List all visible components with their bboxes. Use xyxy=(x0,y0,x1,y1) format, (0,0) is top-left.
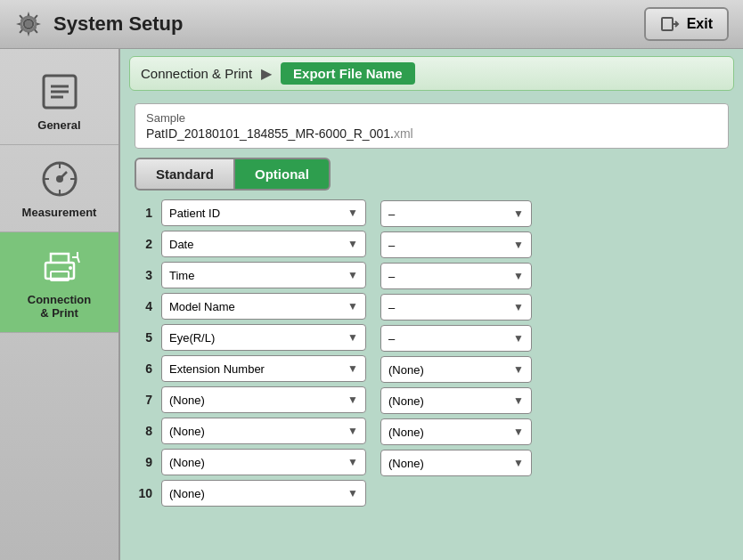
left-column: Standard Optional 1 Patient ID▼ 2 Date▼ … xyxy=(135,158,366,507)
sidebar-item-measurement[interactable]: Measurement xyxy=(0,145,118,232)
exit-button[interactable]: Exit xyxy=(644,7,729,41)
measurement-icon xyxy=(38,158,81,200)
svg-line-15 xyxy=(60,172,67,179)
dropdown-7[interactable]: (None)▼ xyxy=(161,386,366,413)
dropdown-9[interactable]: (None)▼ xyxy=(161,449,366,475)
breadcrumb-arrow-icon: ▶ xyxy=(261,65,272,82)
general-icon xyxy=(38,70,81,113)
exit-icon xyxy=(660,14,680,34)
right-column: –▼ –▼ –▼ –▼ –▼ (None)▼ (None)▼ (None)▼ (… xyxy=(380,158,532,507)
dropdown-10[interactable]: (None)▼ xyxy=(161,480,366,507)
svg-point-2 xyxy=(25,20,32,28)
left-rows-grid: 1 Patient ID▼ 2 Date▼ 3 Time▼ 4 Model Na… xyxy=(135,199,366,507)
row-num-6: 6 xyxy=(135,361,156,376)
right-dropdown-1[interactable]: –▼ xyxy=(380,200,532,227)
dropdown-6[interactable]: Extension Number▼ xyxy=(161,355,366,382)
row-num-8: 8 xyxy=(135,424,156,438)
standard-toggle-button[interactable]: Standard xyxy=(135,158,235,191)
toggle-group: Standard Optional xyxy=(135,158,366,191)
sidebar-item-general[interactable]: General xyxy=(0,58,118,145)
right-dropdown-9[interactable]: (None)▼ xyxy=(380,450,532,476)
optional-toggle-button[interactable]: Optional xyxy=(235,158,331,191)
gear-icon xyxy=(14,10,43,38)
row-num-10: 10 xyxy=(135,486,156,500)
page-title: System Setup xyxy=(53,12,644,36)
sidebar: General Measurement xyxy=(0,49,120,560)
right-dropdown-5[interactable]: –▼ xyxy=(380,325,532,352)
sidebar-item-connection-print[interactable]: Connection& Print xyxy=(0,232,118,333)
row-num-4: 4 xyxy=(135,299,156,313)
sidebar-general-label: General xyxy=(37,118,80,132)
svg-point-18 xyxy=(69,266,72,270)
row-num-2: 2 xyxy=(135,237,156,251)
svg-rect-3 xyxy=(662,18,673,30)
breadcrumb-link[interactable]: Connection & Print xyxy=(141,66,252,81)
sidebar-connection-label: Connection& Print xyxy=(28,293,92,320)
sidebar-measurement-label: Measurement xyxy=(22,206,97,219)
dropdown-2[interactable]: Date▼ xyxy=(161,231,366,257)
dropdown-5[interactable]: Eye(R/L)▼ xyxy=(161,324,366,351)
row-num-5: 5 xyxy=(135,330,156,345)
content-area: Connection & Print ▶ Export File Name Sa… xyxy=(120,49,743,560)
right-dropdown-7[interactable]: (None)▼ xyxy=(380,387,532,414)
right-dropdown-3[interactable]: –▼ xyxy=(380,263,532,289)
form-columns: Standard Optional 1 Patient ID▼ 2 Date▼ … xyxy=(135,158,729,507)
title-bar: System Setup Exit xyxy=(0,0,743,49)
row-num-9: 9 xyxy=(135,455,156,469)
sample-label: Sample xyxy=(146,111,717,125)
dropdown-3[interactable]: Time▼ xyxy=(161,262,366,288)
main-layout: General Measurement xyxy=(0,49,743,560)
dropdown-8[interactable]: (None)▼ xyxy=(161,418,366,444)
right-dropdown-8[interactable]: (None)▼ xyxy=(380,418,532,445)
right-dropdown-6[interactable]: (None)▼ xyxy=(380,356,532,383)
dropdown-4[interactable]: Model Name▼ xyxy=(161,293,366,320)
breadcrumb-active: Export File Name xyxy=(281,62,415,85)
connection-print-icon xyxy=(38,245,81,288)
breadcrumb: Connection & Print ▶ Export File Name xyxy=(129,56,734,91)
right-dropdown-4[interactable]: –▼ xyxy=(380,294,532,321)
sample-value: PatID_20180101_184855_MR-6000_R_001.xml xyxy=(146,126,717,141)
right-rows-list: –▼ –▼ –▼ –▼ –▼ (None)▼ (None)▼ (None)▼ (… xyxy=(380,200,532,476)
form-area: Sample PatID_20180101_184855_MR-6000_R_0… xyxy=(120,98,743,560)
row-num-1: 1 xyxy=(135,206,156,220)
sample-box: Sample PatID_20180101_184855_MR-6000_R_0… xyxy=(135,103,729,149)
row-num-7: 7 xyxy=(135,393,156,407)
row-num-3: 3 xyxy=(135,268,156,282)
dropdown-1[interactable]: Patient ID▼ xyxy=(161,199,366,226)
right-dropdown-2[interactable]: –▼ xyxy=(380,231,532,258)
